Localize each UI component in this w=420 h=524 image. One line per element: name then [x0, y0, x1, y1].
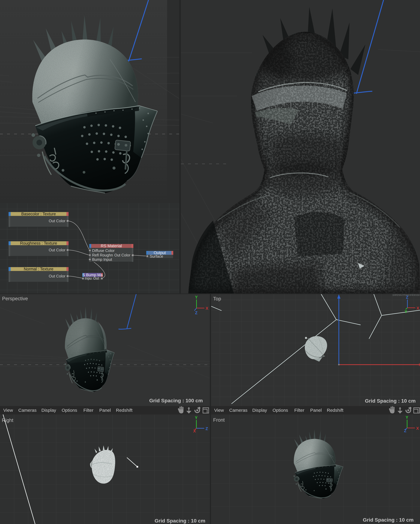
svg-text:Grid Spacing : 10 cm: Grid Spacing : 10 cm	[155, 518, 205, 524]
svg-text:Z: Z	[195, 311, 197, 315]
svg-text:Out Color: Out Color	[49, 219, 66, 223]
svg-text:Grid Spacing : 10 cm: Grid Spacing : 10 cm	[365, 398, 416, 404]
svg-text:X: X	[206, 306, 208, 311]
svg-text:Perspective: Perspective	[2, 296, 28, 301]
svg-text:Z: Z	[206, 427, 208, 431]
svg-text:View: View	[214, 408, 224, 413]
svg-text:Top: Top	[213, 296, 221, 301]
svg-text:Y: Y	[404, 309, 407, 314]
svg-text:RS Material: RS Material	[101, 244, 122, 248]
svg-text:Refl Roughn: Refl Roughn	[92, 253, 113, 257]
svg-text:Options: Options	[273, 408, 288, 413]
svg-text:Options: Options	[62, 408, 77, 413]
svg-text:Display: Display	[41, 408, 56, 413]
svg-text:X: X	[193, 429, 196, 433]
svg-text:Surface: Surface	[150, 254, 163, 259]
svg-text:Y: Y	[195, 416, 197, 420]
svg-text:Redshift: Redshift	[327, 408, 343, 413]
svg-text:Filter: Filter	[294, 408, 304, 413]
svg-text:Normal : Texture: Normal : Texture	[24, 267, 53, 271]
svg-text:X: X	[417, 306, 419, 310]
svg-text:Y: Y	[406, 415, 408, 420]
svg-text:Out Color: Out Color	[49, 248, 66, 252]
svg-text:Z: Z	[406, 295, 408, 299]
svg-text:Z: Z	[404, 428, 406, 433]
svg-text:Grid Spacing : 10 cm: Grid Spacing : 10 cm	[363, 517, 413, 523]
svg-text:Display: Display	[252, 408, 267, 413]
svg-text:Y: Y	[195, 295, 198, 299]
svg-text:Out Color: Out Color	[49, 274, 66, 278]
svg-text:Right: Right	[2, 418, 13, 423]
svg-text:Panel: Panel	[99, 408, 111, 413]
svg-text:Roughness : Texture: Roughness : Texture	[20, 241, 57, 245]
svg-text:Grid Spacing : 100 cm: Grid Spacing : 100 cm	[149, 398, 203, 403]
svg-text:Front: Front	[213, 417, 225, 423]
svg-text:Out: Out	[93, 276, 99, 280]
svg-text:Redshift: Redshift	[116, 408, 133, 413]
svg-text:Out Color: Out Color	[114, 253, 130, 257]
svg-text:Panel: Panel	[310, 408, 322, 413]
svg-text:Inpu: Inpu	[85, 276, 92, 280]
svg-text:X: X	[416, 426, 419, 431]
svg-text:Cameras: Cameras	[18, 408, 37, 413]
svg-text:Diffuse Color: Diffuse Color	[92, 248, 115, 253]
svg-text:Bump Input: Bump Input	[92, 257, 112, 262]
svg-text:Basecolor : Texture: Basecolor : Texture	[21, 212, 56, 216]
svg-text:View: View	[3, 408, 13, 413]
svg-text:Filter: Filter	[83, 408, 94, 413]
svg-text:Cameras: Cameras	[229, 408, 248, 413]
